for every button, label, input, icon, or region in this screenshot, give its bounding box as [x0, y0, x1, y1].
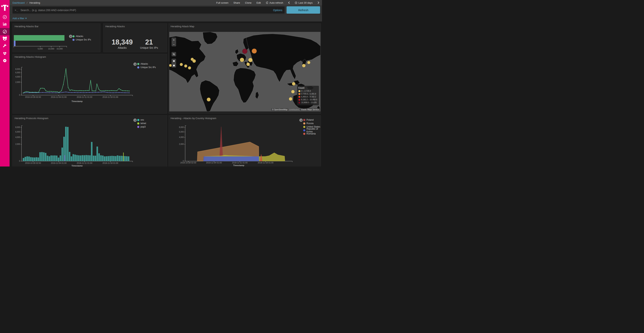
attack-dot[interactable]	[248, 58, 252, 62]
search-box: >_ Options	[12, 7, 284, 14]
svg-text:2018-11-11 01:00: 2018-11-11 01:00	[232, 162, 248, 164]
time-back-chevron-icon[interactable]	[288, 1, 290, 4]
map-zoom-out-button[interactable]: −	[172, 42, 176, 47]
panel-attacks-metric: Heralding Attacks 18,349 Attacks 21 Uniq…	[103, 24, 167, 52]
legend-expand-chevron-icon[interactable]	[300, 119, 303, 122]
options-link[interactable]: Options	[273, 9, 282, 12]
sidebar-item-management[interactable]	[0, 57, 10, 64]
legend-item[interactable]: Russia	[303, 122, 321, 125]
attack-dot[interactable]	[184, 65, 187, 68]
legend-expand-chevron-icon[interactable]	[134, 63, 137, 66]
search-input[interactable]	[20, 9, 271, 12]
svg-text:Timestamp: Timestamp	[72, 100, 82, 102]
gear-icon	[2, 58, 7, 63]
osm-attribution[interactable]: © OpenStreetMap	[271, 108, 288, 111]
svg-text:2018-10-28 02:00: 2018-10-28 02:00	[180, 162, 196, 164]
svg-text:8,000: 8,000	[15, 126, 20, 128]
clone-button[interactable]: Clone	[245, 1, 252, 4]
auto-refresh-button[interactable]: Auto-refresh	[266, 1, 283, 4]
draw-rectangle-button[interactable]	[172, 63, 176, 68]
map-count-legend: Count 3 – 2,729.42,729.4 – 5,455.85,455.…	[297, 86, 319, 105]
refresh-button[interactable]: Refresh	[286, 6, 320, 14]
map-fit-control	[172, 52, 176, 56]
time-range-picker[interactable]: Last 30 days	[295, 1, 312, 4]
query-toolbar: >_ Options Refresh	[10, 5, 322, 15]
panel-attacks-bar: Heralding Attacks Bar 5,00010,00015,000 …	[12, 24, 100, 52]
metric-value: 21	[137, 39, 161, 46]
sidebar-item-bear-honeypot[interactable]	[0, 35, 10, 42]
attack-dot[interactable]	[252, 49, 257, 54]
legend-expand-chevron-icon[interactable]	[69, 35, 72, 38]
attack-dot[interactable]	[291, 90, 294, 93]
legend-item[interactable]: pop3	[137, 125, 146, 129]
sidebar-item-monitoring[interactable]	[0, 50, 10, 57]
attack-dot[interactable]	[180, 63, 183, 66]
add-filter-link[interactable]: Add a filter+	[12, 17, 27, 20]
world-map[interactable]: + −	[169, 32, 320, 111]
legend-item[interactable]: Unique Src IPs	[72, 38, 91, 42]
attack-dot[interactable]	[242, 49, 248, 54]
map-legend-title: Count	[298, 87, 317, 89]
attack-dot[interactable]	[292, 82, 295, 86]
attack-dot[interactable]	[207, 98, 211, 102]
legend-item[interactable]: Attacks	[137, 62, 156, 66]
map-legend-dot-icon	[298, 99, 300, 101]
chart-legend: PolandRussiaUnited StatesRepublic of Kor…	[303, 118, 321, 135]
legend-expand-chevron-icon[interactable]	[134, 119, 137, 122]
legend-dot-icon	[137, 119, 139, 121]
legend-item[interactable]: telnet	[137, 122, 146, 125]
map-zoom-in-button[interactable]: +	[172, 38, 176, 42]
ems-attribution[interactable]: Elastic Maps Service	[300, 108, 320, 111]
legend-dot-icon	[303, 126, 305, 128]
svg-text:2018-11-18 01:00: 2018-11-18 01:00	[102, 96, 118, 98]
panel-country-histogram: Heralding - Attacks by Country Histogram…	[168, 115, 321, 167]
svg-text:2,000: 2,000	[179, 143, 184, 145]
edit-button[interactable]: Edit	[256, 1, 261, 4]
bar-chart-icon	[2, 22, 7, 26]
map-legend-dot-icon	[298, 90, 300, 92]
legend-label: telnet	[140, 122, 146, 125]
sidebar-item-visualize[interactable]	[0, 20, 10, 28]
attack-dot[interactable]	[307, 61, 310, 64]
svg-text:2018-11-11 01:00: 2018-11-11 01:00	[77, 96, 92, 98]
svg-text:4,000: 4,000	[15, 76, 20, 78]
attack-dot[interactable]	[240, 58, 244, 62]
clock-icon	[295, 2, 297, 4]
legend-dot-icon	[303, 133, 305, 135]
top-navbar: Dashboard / Heralding Full screen Share …	[10, 0, 322, 5]
legend-label: Attacks	[76, 35, 83, 38]
time-forward-chevron-icon[interactable]	[318, 1, 319, 4]
svg-text:0: 0	[19, 160, 20, 162]
legend-item[interactable]: Unique Src IPs	[137, 66, 156, 69]
sidebar-item-dashboard[interactable]	[0, 28, 10, 35]
legend-dot-icon	[137, 122, 139, 125]
telekom-logo[interactable]	[1, 2, 8, 11]
legend-dot-icon	[137, 63, 139, 65]
sidebar-item-discover[interactable]	[0, 14, 10, 21]
attack-dot[interactable]	[192, 59, 196, 63]
country-histogram-chart: 02,0004,0006,0008,0002018-10-28 02:00201…	[169, 116, 321, 167]
attack-dot[interactable]	[302, 64, 306, 67]
legend-item[interactable]: vnc	[137, 118, 146, 122]
attack-dot[interactable]	[246, 63, 250, 66]
legend-label: Russia	[306, 122, 314, 125]
map-fit-data-button[interactable]	[172, 52, 176, 56]
breadcrumb-current: Heralding	[29, 1, 40, 4]
plus-icon: +	[25, 17, 27, 20]
svg-text:2018-11-18 01:00: 2018-11-18 01:00	[102, 162, 118, 164]
legend-item[interactable]: Poland	[303, 118, 321, 122]
legend-label: vnc	[140, 119, 144, 121]
legend-item[interactable]: Republic of Korea	[303, 129, 321, 132]
svg-text:2018-10-28 02:00: 2018-10-28 02:00	[25, 96, 41, 98]
svg-text:8,000: 8,000	[15, 68, 20, 70]
map-legend-class: 8,182.2 – 10,908.6	[298, 98, 317, 101]
draw-polygon-button[interactable]	[172, 59, 176, 63]
fullscreen-button[interactable]: Full screen	[216, 1, 228, 4]
share-button[interactable]: Share	[234, 1, 240, 4]
attack-dot[interactable]	[289, 97, 292, 101]
breadcrumb-dashboard-link[interactable]: Dashboard	[12, 1, 25, 4]
app-root: Dashboard / Heralding Full screen Share …	[0, 0, 322, 167]
sidebar-item-dev-tools[interactable]	[0, 42, 10, 50]
attack-dot[interactable]	[188, 66, 191, 70]
legend-item[interactable]: Attacks	[72, 35, 91, 38]
